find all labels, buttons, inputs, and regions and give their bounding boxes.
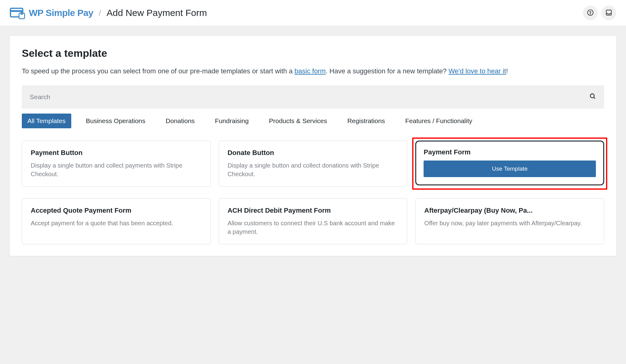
template-title: Payment Button	[31, 149, 202, 157]
template-card: Select a template To speed up the proces…	[9, 35, 617, 256]
template-title: Payment Form	[424, 148, 596, 156]
template-payment-button[interactable]: Payment Button Display a single button a…	[22, 141, 211, 187]
svg-point-7	[590, 94, 594, 98]
use-template-button[interactable]: Use Template	[424, 161, 596, 177]
svg-rect-6	[606, 10, 612, 15]
feedback-link[interactable]: We'd love to hear it	[448, 67, 506, 75]
intro-text-post: !	[506, 67, 508, 75]
tab-products-services[interactable]: Products & Services	[264, 114, 333, 128]
top-bar-left: WP Simple Pay / Add New Payment Form	[10, 6, 207, 19]
template-title: Afterpay/Clearpay (Buy Now, Pa...	[424, 207, 595, 215]
breadcrumb-divider: /	[99, 8, 101, 18]
tab-registrations[interactable]: Registrations	[342, 114, 391, 128]
content-wrap: Select a template To speed up the proces…	[0, 26, 626, 256]
tab-business-operations[interactable]: Business Operations	[80, 114, 151, 128]
template-desc: Accept payment for a quote that has been…	[31, 219, 202, 227]
svg-rect-1	[10, 10, 23, 12]
highlighted-template-wrap: Payment Form Use Template	[412, 137, 607, 190]
template-grid-row1: Payment Button Display a single button a…	[22, 141, 604, 187]
template-afterpay-clearpay[interactable]: Afterpay/Clearpay (Buy Now, Pa... Offer …	[415, 198, 604, 244]
template-title: Donate Button	[228, 149, 399, 157]
svg-line-8	[594, 97, 595, 99]
help-button[interactable]	[583, 6, 598, 20]
card-intro: To speed up the process you can select f…	[22, 66, 604, 76]
brand-name: WP Simple Pay	[29, 8, 93, 18]
top-bar: WP Simple Pay / Add New Payment Form	[0, 0, 626, 26]
intro-text-mid: . Have a suggestion for a new template?	[326, 67, 448, 75]
notifications-button[interactable]	[601, 6, 616, 20]
basic-form-link[interactable]: basic form	[295, 67, 326, 75]
brand: WP Simple Pay	[10, 6, 93, 19]
intro-text-pre: To speed up the process you can select f…	[22, 67, 295, 75]
template-donate-button[interactable]: Donate Button Display a single button an…	[219, 141, 408, 187]
template-desc: Allow customers to connect their U.S ban…	[228, 219, 399, 236]
tab-fundraising[interactable]: Fundraising	[209, 114, 254, 128]
category-tabs: All Templates Business Operations Donati…	[22, 114, 604, 128]
tab-features-functionality[interactable]: Features / Functionality	[400, 114, 478, 128]
template-payment-form[interactable]: Payment Form Use Template	[415, 141, 604, 185]
card-heading: Select a template	[22, 47, 604, 59]
tab-donations[interactable]: Donations	[160, 114, 200, 128]
search-bar	[22, 85, 604, 109]
template-title: Accepted Quote Payment Form	[31, 207, 202, 215]
svg-point-5	[590, 14, 591, 14]
template-title: ACH Direct Debit Payment Form	[228, 207, 399, 215]
inbox-icon	[605, 9, 612, 17]
search-input[interactable]	[30, 93, 589, 101]
page-title: Add New Payment Form	[107, 8, 207, 18]
template-grid-row2: Accepted Quote Payment Form Accept payme…	[22, 198, 604, 244]
help-icon	[587, 9, 594, 17]
template-ach-direct-debit[interactable]: ACH Direct Debit Payment Form Allow cust…	[219, 198, 408, 244]
top-bar-right	[583, 6, 616, 20]
brand-logo-icon	[10, 6, 25, 19]
tab-all-templates[interactable]: All Templates	[22, 114, 71, 128]
template-desc: Display a single button and collect dona…	[228, 161, 399, 178]
search-icon	[589, 93, 596, 101]
template-desc: Offer buy now, pay later payments with A…	[424, 219, 595, 227]
template-accepted-quote[interactable]: Accepted Quote Payment Form Accept payme…	[22, 198, 211, 244]
template-desc: Display a single button and collect paym…	[31, 161, 202, 178]
